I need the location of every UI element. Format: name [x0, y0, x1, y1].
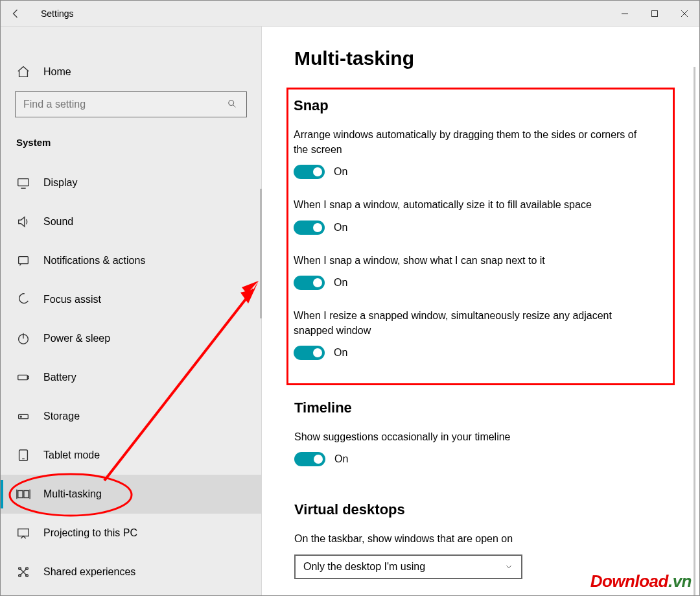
timeline-opt1-toggle[interactable]	[294, 452, 325, 466]
window-title: Settings	[41, 8, 74, 19]
sidebar-item-label: Sound	[43, 216, 73, 228]
sidebar-item-power-sleep[interactable]: Power & sleep	[1, 319, 261, 358]
sidebar-home[interactable]: Home	[1, 53, 261, 91]
shared-experiences-icon	[16, 565, 30, 579]
sidebar-item-label: Tablet mode	[43, 449, 100, 461]
content-scrollbar[interactable]	[694, 67, 695, 595]
snap-opt4-state: On	[334, 347, 347, 359]
svg-rect-10	[27, 376, 29, 379]
home-icon	[16, 65, 30, 79]
chevron-down-icon	[504, 562, 513, 571]
minimize-icon	[621, 10, 629, 18]
titlebar: Settings	[1, 1, 699, 27]
snap-opt3-state: On	[334, 277, 347, 289]
watermark-part2: .vn	[668, 571, 692, 591]
snap-opt2-toggle[interactable]	[294, 221, 325, 235]
timeline-heading: Timeline	[294, 399, 667, 416]
sidebar-section-label: System	[1, 125, 261, 154]
battery-icon	[16, 370, 30, 385]
page-title: Multi-tasking	[294, 47, 667, 69]
snap-opt4-toggle[interactable]	[294, 346, 325, 360]
power-icon	[16, 331, 30, 346]
sidebar-item-storage[interactable]: Storage	[1, 397, 261, 436]
svg-line-3	[233, 105, 235, 107]
sidebar-item-shared-experiences[interactable]: Shared experiences	[1, 553, 261, 591]
close-icon	[681, 10, 688, 18]
sidebar-item-display[interactable]: Display	[1, 163, 261, 202]
sidebar: Home System Display Sound	[1, 27, 262, 595]
maximize-button[interactable]	[640, 1, 670, 27]
sidebar-item-label: Notifications & actions	[43, 255, 145, 267]
snap-section-highlight: Snap Arrange windows automatically by dr…	[286, 88, 675, 385]
multitasking-icon	[16, 487, 30, 501]
watermark: Download.vn	[590, 571, 692, 591]
search-icon	[227, 99, 239, 110]
snap-opt1-label: Arrange windows automatically by draggin…	[294, 127, 644, 157]
svg-rect-19	[18, 529, 29, 536]
svg-rect-9	[18, 375, 28, 379]
sidebar-item-label: Multi-tasking	[43, 488, 102, 500]
window-controls	[610, 1, 699, 27]
virtual-desktops-label: On the taskbar, show windows that are op…	[294, 531, 644, 546]
virtual-desktops-combo[interactable]: Only the desktop I'm using	[294, 554, 522, 579]
close-button[interactable]	[670, 1, 699, 27]
sidebar-item-label: Focus assist	[43, 294, 101, 305]
sidebar-item-notifications[interactable]: Notifications & actions	[1, 241, 261, 280]
minimize-button[interactable]	[610, 1, 640, 27]
search-field[interactable]	[23, 99, 227, 110]
snap-opt1-toggle[interactable]	[294, 165, 325, 179]
display-icon	[16, 176, 30, 190]
svg-point-2	[229, 101, 234, 106]
notifications-icon	[16, 254, 30, 268]
watermark-part1: Download	[590, 571, 668, 591]
focus-assist-icon	[16, 292, 30, 307]
projecting-icon	[16, 526, 30, 540]
sidebar-item-projecting[interactable]: Projecting to this PC	[1, 514, 261, 553]
sidebar-item-label: Display	[43, 177, 77, 189]
svg-rect-15	[18, 491, 23, 498]
snap-opt2-state: On	[334, 222, 347, 233]
virtual-desktops-heading: Virtual desktops	[294, 501, 667, 518]
arrow-left-icon	[10, 8, 22, 19]
sound-icon	[16, 215, 30, 229]
content-area: Multi-tasking Snap Arrange windows autom…	[262, 27, 699, 595]
snap-opt3-toggle[interactable]	[294, 276, 325, 290]
svg-rect-6	[19, 257, 29, 264]
sidebar-item-battery[interactable]: Battery	[1, 358, 261, 397]
sidebar-item-multitasking[interactable]: Multi-tasking	[1, 475, 261, 514]
snap-opt3-label: When I snap a window, show what I can sn…	[294, 253, 644, 268]
search-input[interactable]	[15, 91, 247, 117]
timeline-opt1-label: Show suggestions occasionally in your ti…	[294, 429, 644, 444]
svg-rect-4	[18, 179, 29, 186]
svg-point-12	[20, 416, 21, 418]
sidebar-item-label: Storage	[43, 411, 80, 422]
sidebar-item-label: Power & sleep	[43, 333, 110, 344]
snap-heading: Snap	[294, 97, 666, 114]
sidebar-item-tablet-mode[interactable]: Tablet mode	[1, 436, 261, 475]
sidebar-item-label: Battery	[43, 372, 76, 383]
timeline-opt1-state: On	[334, 453, 348, 465]
tablet-icon	[16, 448, 30, 462]
back-button[interactable]	[1, 1, 32, 27]
svg-rect-16	[24, 491, 29, 498]
sidebar-item-focus-assist[interactable]: Focus assist	[1, 280, 261, 319]
storage-icon	[16, 409, 30, 423]
maximize-icon	[651, 10, 659, 18]
sidebar-item-label: Projecting to this PC	[43, 527, 137, 539]
sidebar-home-label: Home	[43, 66, 71, 78]
sidebar-item-sound[interactable]: Sound	[1, 202, 261, 241]
virtual-desktops-selected: Only the desktop I'm using	[303, 561, 425, 573]
svg-rect-1	[652, 11, 658, 17]
snap-opt1-state: On	[334, 166, 347, 178]
snap-opt4-label: When I resize a snapped window, simultan…	[294, 308, 644, 338]
snap-opt2-label: When I snap a window, automatically size…	[294, 197, 644, 212]
sidebar-item-label: Shared experiences	[43, 566, 135, 578]
